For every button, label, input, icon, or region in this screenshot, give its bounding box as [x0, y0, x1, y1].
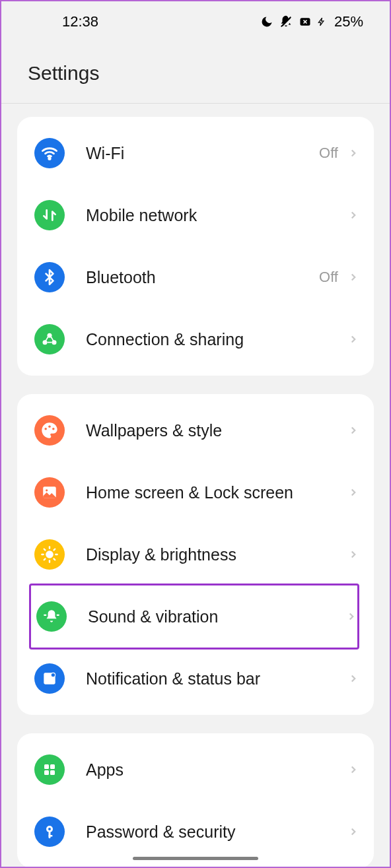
row-label: Password & security — [86, 822, 347, 842]
palette-icon — [34, 415, 65, 446]
image-icon — [34, 477, 65, 508]
svg-point-5 — [52, 340, 57, 345]
row-label: Home screen & Lock screen — [86, 483, 347, 502]
row-label: Sound & vibration — [88, 607, 345, 626]
svg-line-15 — [54, 559, 55, 560]
svg-point-7 — [48, 425, 51, 428]
svg-point-4 — [43, 340, 48, 345]
row-home-lock-screen[interactable]: Home screen & Lock screen — [17, 461, 374, 523]
settings-group-personalization: Wallpapers & style Home screen & Lock sc… — [17, 394, 374, 715]
row-notification-status-bar[interactable]: Notification & status bar — [17, 648, 374, 710]
home-indicator[interactable] — [133, 857, 258, 860]
chevron-right-icon — [347, 549, 359, 560]
status-time: 12:38 — [62, 13, 98, 30]
battery-saver-icon — [299, 15, 312, 28]
row-connection-sharing[interactable]: Connection & sharing — [17, 308, 374, 370]
bell-icon — [36, 601, 67, 632]
svg-point-11 — [46, 551, 53, 558]
settings-group-connectivity: Wi-Fi Off Mobile network Bluetooth Off C… — [17, 117, 374, 376]
svg-rect-29 — [49, 835, 53, 837]
svg-line-18 — [44, 559, 46, 560]
page-title: Settings — [1, 37, 390, 103]
row-label: Wi-Fi — [86, 144, 319, 163]
battery-percentage: 25% — [334, 13, 363, 30]
chevron-right-icon — [347, 147, 359, 159]
chevron-right-icon — [347, 271, 359, 283]
row-status: Off — [319, 145, 338, 162]
svg-point-10 — [46, 489, 48, 491]
charging-icon — [317, 15, 326, 29]
row-label: Bluetooth — [86, 268, 319, 287]
row-wallpapers[interactable]: Wallpapers & style — [17, 399, 374, 461]
row-label: Connection & sharing — [86, 330, 347, 349]
status-right: 25% — [260, 13, 363, 30]
row-mobile-network[interactable]: Mobile network — [17, 184, 374, 246]
row-label: Mobile network — [86, 206, 347, 225]
sun-icon — [34, 539, 65, 570]
chevron-right-icon — [347, 333, 359, 345]
row-wifi[interactable]: Wi-Fi Off — [17, 122, 374, 184]
row-sound-vibration[interactable]: Sound & vibration — [29, 584, 359, 650]
connection-sharing-icon — [34, 324, 65, 354]
content: Wi-Fi Off Mobile network Bluetooth Off C… — [1, 104, 390, 868]
svg-rect-22 — [44, 764, 49, 769]
key-icon — [34, 817, 65, 847]
chevron-right-icon — [345, 611, 357, 622]
chevron-right-icon — [347, 826, 359, 838]
svg-rect-24 — [44, 770, 49, 775]
row-status: Off — [319, 269, 338, 286]
row-label: Apps — [86, 760, 347, 780]
row-label: Notification & status bar — [86, 669, 347, 688]
row-display-brightness[interactable]: Display & brightness — [17, 523, 374, 585]
chevron-right-icon — [347, 424, 359, 436]
row-label: Display & brightness — [86, 545, 347, 564]
mute-icon — [279, 15, 293, 29]
notification-icon — [34, 663, 65, 694]
wifi-icon — [34, 138, 65, 168]
row-password-security[interactable]: Password & security — [17, 801, 374, 863]
svg-point-2 — [49, 158, 50, 159]
chevron-right-icon — [347, 673, 359, 684]
settings-group-system: Apps Password & security — [17, 733, 374, 868]
svg-line-19 — [54, 549, 55, 551]
svg-point-6 — [44, 428, 47, 430]
row-label: Wallpapers & style — [86, 421, 347, 440]
svg-point-27 — [48, 828, 51, 830]
svg-point-8 — [52, 428, 55, 430]
status-bar: 12:38 25% — [1, 1, 390, 37]
svg-rect-23 — [50, 764, 55, 769]
apps-icon — [34, 754, 65, 785]
chevron-right-icon — [347, 486, 359, 498]
chevron-right-icon — [347, 764, 359, 776]
svg-point-21 — [51, 673, 55, 677]
svg-line-14 — [44, 549, 46, 551]
moon-icon — [260, 15, 273, 28]
row-apps[interactable]: Apps — [17, 739, 374, 801]
bluetooth-icon — [34, 262, 65, 292]
chevron-right-icon — [347, 209, 359, 221]
mobile-network-icon — [34, 200, 65, 230]
svg-rect-25 — [50, 770, 55, 775]
row-bluetooth[interactable]: Bluetooth Off — [17, 246, 374, 308]
